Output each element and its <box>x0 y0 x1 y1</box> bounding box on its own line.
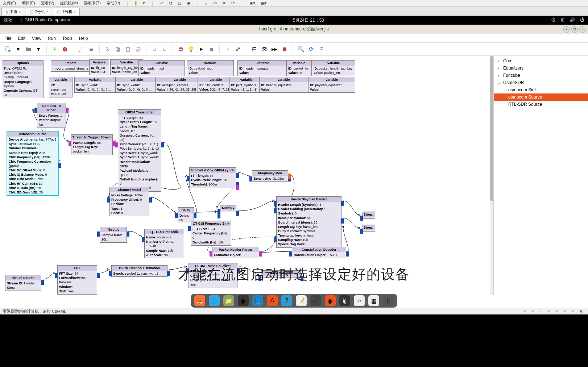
block-var_sw1[interactable]: VariableID: sync_word1Value: [0., 0., 0.… <box>74 77 116 93</box>
status-icon[interactable]: ▫ <box>548 309 553 314</box>
play-icon[interactable] <box>197 45 206 54</box>
tree-item-rtl-sdr-source[interactable]: RTL-SDR Source <box>494 101 588 108</box>
tree-item-osmocom-source[interactable]: osmocom Source <box>494 93 588 101</box>
status-icon[interactable]: ▫ <box>532 309 537 314</box>
toolbar-icon[interactable]: ▯ <box>205 1 207 5</box>
tree-item-equalizers[interactable]: Equalizers <box>494 64 588 72</box>
tree-item-funcube[interactable]: Funcube <box>494 72 588 79</box>
toolbar-icon[interactable]: ⧉ <box>223 1 225 5</box>
status-icon[interactable]: ▫ <box>556 309 561 314</box>
power-icon[interactable]: ⏻ <box>580 17 584 24</box>
vm-menu-help[interactable]: 帮助(H) <box>107 0 120 6</box>
lang-indicator[interactable]: 汉 <box>551 17 556 24</box>
block-var_pay_mod[interactable]: VariableID: payload_modValue: <box>187 60 234 76</box>
network-icon[interactable]: ⊞ <box>561 17 564 24</box>
volume-icon[interactable]: 🔊 <box>570 17 575 24</box>
vm-menu-edit[interactable]: 编辑(E) <box>22 0 35 6</box>
ubuntu-software-icon[interactable]: A <box>267 295 278 306</box>
grc-icon[interactable]: ◉ <box>325 295 336 306</box>
block-fft[interactable]: FFTFFT Size: 64Forward/Reverse: ForwardW… <box>57 265 97 295</box>
flag-icon[interactable]: ⚐ <box>317 45 326 54</box>
block-var_occ[interactable]: VariableID: occupied_carriersValue: [-26… <box>155 77 204 93</box>
toolbar-icon[interactable]: ▭ <box>213 1 217 5</box>
block-var_heq[interactable]: VariableID: header_equalizerValue: <box>259 77 308 93</box>
block-fmod[interactable]: Frequency ModSensitivity: -31.25m <box>252 170 288 182</box>
firefox-icon[interactable]: 🦊 <box>194 295 205 306</box>
tree-x-icon[interactable]: ⊠ <box>260 45 269 54</box>
vm-tab-home[interactable]: ⌂ 主页 × <box>1 8 25 16</box>
toolbar-icon[interactable]: ⟳ <box>231 1 235 5</box>
vm-menu-file[interactable]: 文件(F) <box>3 0 16 6</box>
tree-icon[interactable]: ⊟ <box>250 45 258 54</box>
terminal-icon[interactable]: ⬛ <box>310 295 321 306</box>
block-import[interactable]: ImportImport: tagged_streams <box>51 60 91 72</box>
fastforward-icon[interactable]: ▸▸ <box>270 45 279 54</box>
new-file-icon[interactable] <box>4 45 12 54</box>
block-c2ic[interactable]: Complex To ICharScale Factor: 1Vector Ou… <box>37 103 66 128</box>
block-var_hdr_mod[interactable]: VariableID: header_modValue: <box>138 60 185 76</box>
menu-view[interactable]: View <box>32 36 41 41</box>
record-icon[interactable] <box>280 45 289 54</box>
toolbar-icon[interactable]: □ <box>178 1 181 5</box>
block-chan[interactable]: Channel ModelNoise Voltage: 100mFrequenc… <box>109 187 149 216</box>
toolbar-icon[interactable]: ▣▾ <box>249 1 255 5</box>
print-icon[interactable] <box>87 45 96 54</box>
app-name[interactable]: ◎ GNU Radio Companion <box>20 17 70 24</box>
block-ofdm_ce[interactable]: OFDM Channel EstimationSynch. symbol 1: … <box>111 265 167 277</box>
stop-icon[interactable] <box>207 45 216 54</box>
apps-grid-icon[interactable]: ⠿ <box>383 295 394 306</box>
toolbar-icon[interactable]: ⤢ <box>160 1 163 5</box>
block-cdecoder[interactable]: Constellation DecoderConstellation Objec… <box>292 247 346 258</box>
edit-icon[interactable] <box>77 45 86 54</box>
editor-icon[interactable]: 📝 <box>296 295 307 306</box>
bulb-icon[interactable]: 💡 <box>187 45 195 54</box>
status-icon[interactable]: ◦ <box>540 309 545 314</box>
close-icon[interactable] <box>61 45 69 54</box>
pause-icon[interactable]: ‖ <box>135 1 137 5</box>
close-icon[interactable]: × <box>19 10 21 14</box>
toolbar-icon[interactable]: ▣ <box>187 1 190 5</box>
block-var_hdr_fmt[interactable]: VariableID: header_formatterValue: <box>237 60 288 76</box>
toolbar-icon[interactable]: ◔ <box>169 1 173 5</box>
vm-menu-tabs[interactable]: 选项卡(T) <box>84 0 101 6</box>
vm-tab-2[interactable]: ▢ 2号机 × <box>26 8 53 16</box>
block-vsource[interactable]: Virtual SourceStream ID: Header Stream <box>5 275 41 291</box>
close-button[interactable]: × <box>579 26 586 33</box>
minimize-button[interactable]: - <box>563 26 570 33</box>
undo-icon[interactable] <box>150 45 159 54</box>
block-s2ts[interactable]: Stream to Tagged StreamPacket Length: 96… <box>71 134 113 155</box>
block-throttle[interactable]: ThrottleSample Rate: 10k <box>100 227 127 243</box>
close-icon[interactable]: × <box>46 10 49 14</box>
tree-item-core[interactable]: Core <box>494 57 588 64</box>
block-schmidl[interactable]: Schmidl & Cox OFDM synch.FFT length: 64C… <box>189 167 236 188</box>
app-icon[interactable]: ◉ <box>238 295 249 306</box>
dot-icon[interactable]: ◦ <box>223 45 232 54</box>
block-osmo[interactable]: osmocom SourceDevice Arguments: ha...747… <box>7 131 59 196</box>
vm-menu-view[interactable]: 查看(V) <box>41 0 54 6</box>
menu-edit[interactable]: Edit <box>18 36 25 41</box>
block-var_sw2[interactable]: VariableID: sync_word2Value: [0j, 0j, 0j… <box>115 77 158 93</box>
block-freqsink[interactable]: QT GUI Frequency SinkFFT Size: 1024Cente… <box>191 221 231 246</box>
block-hpdemux[interactable]: Header/Payload DemuxHeader Length (Symbo… <box>276 196 341 248</box>
redo-icon[interactable] <box>160 45 169 54</box>
dropdown-icon[interactable]: ▾ <box>34 45 43 54</box>
block-stream2[interactable]: Strea... <box>363 225 375 232</box>
menu-file[interactable]: File <box>4 36 11 41</box>
app-icon[interactable]: 🐧 <box>339 295 350 306</box>
block-var_plen_tag[interactable]: VariableID: packet_length_tag_keyValue: … <box>312 60 355 76</box>
menu-run[interactable]: Run <box>48 36 56 41</box>
block-var_peq[interactable]: VariableID: payload_equalizerValue: <box>308 77 355 93</box>
menu-tools[interactable]: Tools <box>62 36 73 41</box>
refresh-icon[interactable]: ⟳ <box>307 45 315 54</box>
block-ofdm_tx[interactable]: OFDM TransmitterFFT Length: 64Cyclic Pre… <box>118 109 161 192</box>
activities-button[interactable]: 活动 <box>4 17 12 24</box>
block-mult[interactable]: Multiply <box>220 205 236 212</box>
vm-menu-vm[interactable]: 虚拟机(M) <box>60 0 78 6</box>
tree-item-osmocom-sink[interactable]: osmocom Sink <box>494 86 588 93</box>
flowgraph-canvas[interactable]: OptionsTitle: OFDM RxDescription: Examp.… <box>0 56 494 295</box>
dropdown-icon[interactable]: ▾ <box>14 45 22 54</box>
block-var_fft_len[interactable]: VariableID: fft_lenValue: 64 <box>89 59 109 75</box>
status-icon[interactable]: ⊞ <box>580 309 585 314</box>
vm-tab-1[interactable]: ▢ 1号机 × <box>53 8 80 16</box>
block-timesink[interactable]: QT GUI Time SinkName: undecodeNumber of … <box>144 229 184 258</box>
